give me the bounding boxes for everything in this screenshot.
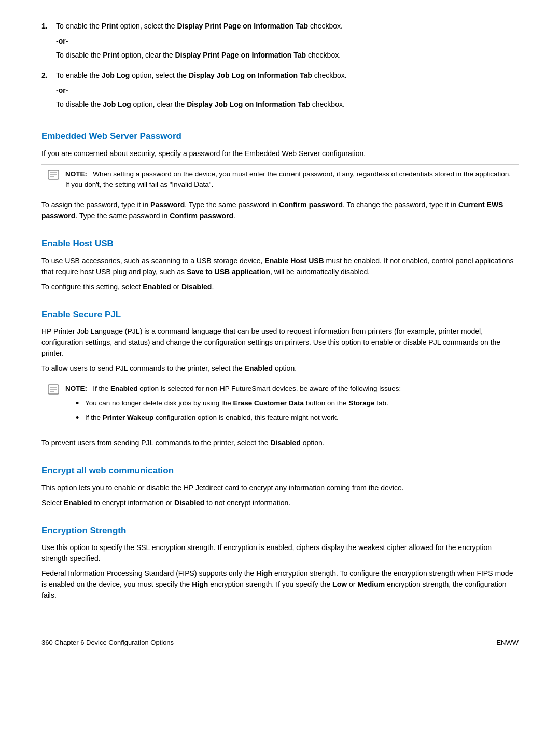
footer-left: 360 Chapter 6 Device Configuration Optio…: [41, 638, 174, 648]
pjl-note-text: NOTE: If the Enabled option is selected …: [65, 384, 512, 428]
encrypt-para-1: This option lets you to enable or disabl…: [41, 483, 519, 494]
list-item-1-alt: To disable the Print option, clear the D…: [56, 50, 519, 61]
content-encrypt-all-web-communication: This option lets you to enable or disabl…: [41, 483, 519, 509]
list-item-1-content: To enable the Print option, select the D…: [56, 21, 519, 65]
heading-encryption-strength: Encryption Strength: [41, 524, 519, 538]
section-embedded-web-server-password: Embedded Web Server Password If you are …: [41, 130, 519, 221]
or-text-2: -or-: [56, 85, 519, 96]
footer-right: ENWW: [496, 638, 519, 648]
section-encryption-strength: Encryption Strength Use this option to s…: [41, 524, 519, 601]
pjl-bullet-1-text: You can no longer delete disk jobs by us…: [85, 398, 388, 409]
pjl-para-2: To allow users to send PJL commands to t…: [41, 363, 519, 374]
content-embedded-web-server-password: If you are concerned about security, spe…: [41, 148, 519, 222]
bullet-dot-2: •: [76, 413, 85, 424]
section-enable-secure-pjl: Enable Secure PJL HP Printer Job Languag…: [41, 308, 519, 449]
strength-para-2: Federal Information Processing Standard …: [41, 568, 519, 601]
list-item-2-content: To enable the Job Log option, select the…: [56, 70, 519, 114]
list-item-2: 2. To enable the Job Log option, select …: [41, 70, 519, 114]
page-footer: 360 Chapter 6 Device Configuration Optio…: [41, 632, 519, 648]
strength-para-1: Use this option to specify the SSL encry…: [41, 542, 519, 564]
heading-embedded-web-server-password: Embedded Web Server Password: [41, 130, 519, 143]
note-icon-pjl: [48, 384, 61, 398]
usb-para-1: To use USB accessories, such as scanning…: [41, 256, 519, 277]
intro-list: 1. To enable the Print option, select th…: [41, 21, 519, 114]
list-item-1: 1. To enable the Print option, select th…: [41, 21, 519, 65]
pjl-bullet-2-text: If the Printer Wakeup configuration opti…: [85, 413, 339, 423]
content-encryption-strength: Use this option to specify the SSL encry…: [41, 542, 519, 601]
pjl-para-1: HP Printer Job Language (PJL) is a comma…: [41, 326, 519, 359]
section-enable-host-usb: Enable Host USB To use USB accessories, …: [41, 237, 519, 292]
content-enable-secure-pjl: HP Printer Job Language (PJL) is a comma…: [41, 326, 519, 448]
list-item-1-main: To enable the Print option, select the D…: [56, 21, 519, 32]
ewsp-para-2: To assign the password, type it in Passw…: [41, 200, 519, 221]
or-text-1: -or-: [56, 36, 519, 47]
encrypt-para-2: Select Enabled to encrypt information or…: [41, 498, 519, 509]
pjl-note-label: NOTE:: [65, 385, 87, 392]
heading-encrypt-all-web-communication: Encrypt all web communication: [41, 464, 519, 477]
list-item-2-alt: To disable the Job Log option, clear the…: [56, 99, 519, 110]
ewsp-note-text: NOTE: When setting a password on the dev…: [65, 169, 512, 190]
pjl-note: NOTE: If the Enabled option is selected …: [41, 379, 519, 432]
heading-enable-secure-pjl: Enable Secure PJL: [41, 308, 519, 321]
bullet-dot-1: •: [76, 398, 85, 410]
pjl-bullet-1: • You can no longer delete disk jobs by …: [76, 398, 512, 410]
list-item-2-main: To enable the Job Log option, select the…: [56, 70, 519, 81]
ewsp-note: NOTE: When setting a password on the dev…: [41, 164, 519, 195]
pjl-para-3: To prevent users from sending PJL comman…: [41, 438, 519, 448]
section-encrypt-all-web-communication: Encrypt all web communication This optio…: [41, 464, 519, 509]
content-enable-host-usb: To use USB accessories, such as scanning…: [41, 256, 519, 292]
note-icon-ewsp: [48, 170, 61, 183]
heading-enable-host-usb: Enable Host USB: [41, 237, 519, 250]
pjl-bullet-2: • If the Printer Wakeup configuration op…: [76, 413, 512, 424]
pjl-bullet-list: • You can no longer delete disk jobs by …: [76, 398, 512, 424]
list-number-2: 2.: [41, 70, 56, 114]
ewsp-note-label: NOTE:: [65, 170, 87, 178]
usb-para-2: To configure this setting, select Enable…: [41, 282, 519, 292]
list-number-1: 1.: [41, 21, 56, 65]
ewsp-para-1: If you are concerned about security, spe…: [41, 148, 519, 159]
